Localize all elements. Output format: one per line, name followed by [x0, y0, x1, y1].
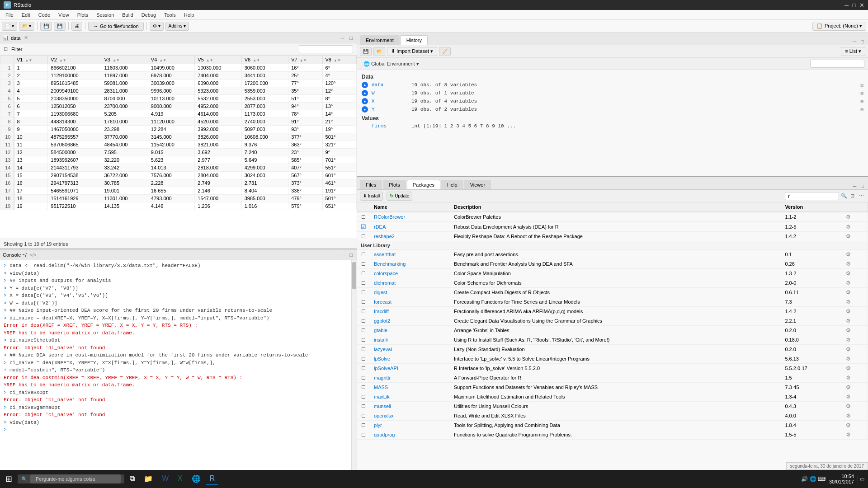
checkbox-checked[interactable]: ☑: [361, 223, 366, 230]
excel-button[interactable]: X: [174, 473, 186, 485]
files-minimize-button[interactable]: ─: [852, 183, 858, 189]
col-header-v7[interactable]: V7 ▲▼: [288, 56, 322, 64]
pkg-checkbox-cell[interactable]: ☐: [357, 297, 370, 307]
pkg-checkbox-cell[interactable]: ☐: [357, 364, 370, 373]
pkg-checkbox-cell[interactable]: ☐: [357, 373, 370, 383]
tab-plots[interactable]: Plots: [383, 180, 406, 189]
pkg-name-cell[interactable]: forecast: [370, 297, 450, 307]
pkg-name-link[interactable]: lpSolveAPI: [374, 366, 398, 371]
pkg-name-link[interactable]: digest: [374, 290, 387, 295]
env-data-name[interactable]: data: [372, 82, 408, 88]
chrome-button[interactable]: 🌐: [188, 473, 204, 486]
pkg-name-link[interactable]: quadprog: [374, 432, 395, 437]
pkg-name-link[interactable]: gtable: [374, 328, 387, 333]
menu-view[interactable]: View: [55, 11, 73, 19]
pkg-checkbox-cell[interactable]: ☐: [357, 212, 370, 222]
pkg-expand-button[interactable]: ⊡: [849, 192, 856, 199]
pkg-checkbox-cell[interactable]: ☐: [357, 307, 370, 316]
tab-packages[interactable]: Packages: [407, 180, 440, 189]
col-header-v2[interactable]: V2 ▲▼: [48, 56, 101, 64]
pkg-checkbox-cell[interactable]: ☐: [357, 430, 370, 440]
pkg-name-cell[interactable]: lpSolve: [370, 354, 450, 364]
update-button[interactable]: ↻ Update: [387, 192, 412, 201]
open-file-button[interactable]: 📂 ▾: [19, 22, 34, 31]
pkg-name-cell[interactable]: maxLik: [370, 392, 450, 402]
tab-files[interactable]: Files: [360, 180, 382, 189]
console-scrollbar[interactable]: [351, 260, 357, 488]
col-version[interactable]: Version: [781, 202, 842, 212]
checkbox-unchecked[interactable]: ☐: [361, 214, 366, 220]
checkbox-unchecked[interactable]: ☐: [361, 271, 366, 276]
pkg-gear-button[interactable]: ⚙: [846, 270, 851, 277]
save-button[interactable]: 💾: [40, 22, 52, 31]
pkg-name-cell[interactable]: quadprog: [370, 430, 450, 440]
pkg-checkbox-cell[interactable]: ☐: [357, 326, 370, 335]
import-dataset-button[interactable]: ⬇ Import Dataset ▾: [387, 47, 437, 56]
pkg-name-cell[interactable]: lpSolveAPI: [370, 364, 450, 373]
compile-button[interactable]: ⚙ ▾: [150, 22, 164, 31]
pkg-checkbox-cell[interactable]: ☐: [357, 259, 370, 269]
env-load-button[interactable]: 📂: [373, 47, 385, 56]
pkg-name-link[interactable]: lpSolve: [374, 356, 390, 361]
pkg-table-container[interactable]: Name Description Version ☐RColorBrewerCo…: [357, 202, 868, 488]
env-data-grid-icon[interactable]: ⊞: [860, 82, 863, 88]
new-file-button[interactable]: 📄 ▾: [2, 22, 17, 31]
col-header-v8[interactable]: V8 ▲▼: [322, 56, 356, 64]
pkg-name-link[interactable]: MASS: [374, 385, 388, 390]
pkg-name-link[interactable]: installr: [374, 337, 388, 343]
pkg-gear-button[interactable]: ⚙: [846, 233, 851, 239]
menu-code[interactable]: Code: [35, 11, 54, 19]
checkbox-unchecked[interactable]: ☐: [361, 356, 366, 361]
env-minimize-button[interactable]: ─: [852, 38, 858, 45]
goto-file-button[interactable]: → Go to file/function: [88, 22, 144, 31]
explorer-button[interactable]: 📁: [140, 473, 156, 486]
pkg-name-link[interactable]: forecast: [374, 299, 392, 305]
checkbox-unchecked[interactable]: ☐: [361, 432, 366, 437]
pkg-gear-button[interactable]: ⚙: [846, 394, 851, 400]
pkg-name-link[interactable]: magrittr: [374, 375, 391, 380]
pkg-name-link[interactable]: openxlsx: [374, 413, 393, 418]
close-button[interactable]: ✕: [859, 2, 864, 9]
pkg-more-button[interactable]: ⋯: [858, 192, 865, 199]
env-w-grid-icon[interactable]: ⊞: [860, 90, 863, 96]
col-header-v6[interactable]: V6 ▲▼: [241, 56, 288, 64]
pkg-name-cell[interactable]: assertthat: [370, 250, 450, 259]
console-maximize-button[interactable]: □: [348, 252, 354, 258]
col-header-v3[interactable]: V3 ▲▼: [101, 56, 148, 64]
env-x-name[interactable]: X: [372, 99, 408, 104]
pkg-name-link[interactable]: dichromat: [374, 280, 396, 286]
pkg-name-cell[interactable]: ggplot2: [370, 316, 450, 326]
env-x-grid-icon[interactable]: ⊞: [860, 99, 863, 104]
env-search-input[interactable]: [810, 60, 864, 68]
pkg-name-cell[interactable]: plyr: [370, 421, 450, 430]
filter-search-input[interactable]: [299, 45, 353, 53]
taskview-button[interactable]: ⧉: [126, 473, 138, 485]
pkg-gear-button[interactable]: ⚙: [846, 365, 851, 371]
menu-build[interactable]: Build: [118, 11, 137, 19]
checkbox-unchecked[interactable]: ☐: [361, 366, 366, 371]
checkbox-unchecked[interactable]: ☐: [361, 375, 366, 380]
checkbox-unchecked[interactable]: ☐: [361, 299, 366, 305]
save-all-button[interactable]: 💾: [54, 22, 66, 31]
checkbox-unchecked[interactable]: ☐: [361, 347, 366, 352]
pkg-gear-button[interactable]: ⚙: [846, 432, 851, 438]
tab-history[interactable]: History: [401, 35, 428, 45]
menu-tools[interactable]: Tools: [160, 11, 179, 19]
col-name[interactable]: Name: [370, 202, 450, 212]
checkbox-unchecked[interactable]: ☐: [361, 261, 366, 267]
checkbox-unchecked[interactable]: ☐: [361, 252, 366, 257]
list-button[interactable]: ≡ List ▾: [841, 47, 865, 56]
pkg-gear-button[interactable]: ⚙: [846, 356, 851, 362]
pkg-name-cell[interactable]: lazyeval: [370, 345, 450, 354]
pkg-checkbox-cell[interactable]: ☐: [357, 278, 370, 288]
checkbox-unchecked[interactable]: ☐: [361, 318, 366, 324]
env-maximize-button[interactable]: □: [859, 38, 865, 45]
pkg-checkbox-cell[interactable]: ☐: [357, 421, 370, 430]
checkbox-unchecked[interactable]: ☐: [361, 394, 366, 399]
pkg-gear-button[interactable]: ⚙: [846, 299, 851, 305]
show-desktop-button[interactable]: ▭: [858, 476, 866, 482]
checkbox-unchecked[interactable]: ☐: [361, 328, 366, 333]
col-desc[interactable]: Description: [450, 202, 781, 212]
data-tab-close[interactable]: ✕: [24, 35, 28, 41]
menu-help[interactable]: Help: [180, 11, 198, 19]
